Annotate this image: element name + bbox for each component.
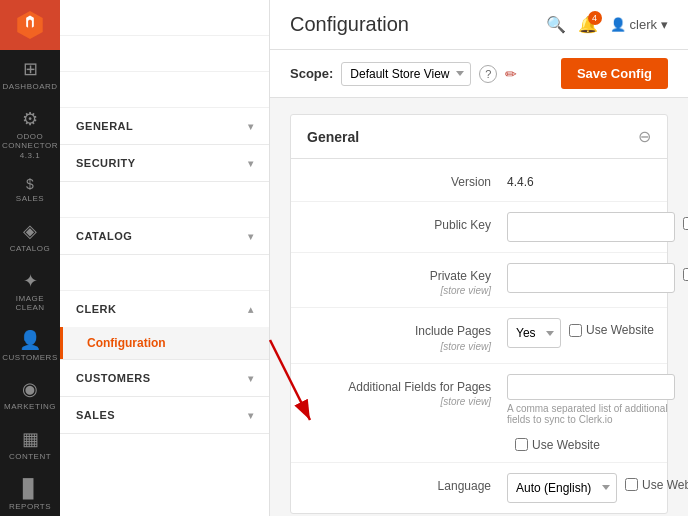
language-checkbox-wrap: Use Website (625, 473, 688, 492)
nav-section-general-header[interactable]: GENERAL ▾ (60, 108, 269, 144)
save-config-button[interactable]: Save Config (561, 58, 668, 89)
nav-section-clerk-label: CLERK (76, 303, 116, 315)
nav-section-customers-header[interactable]: CUSTOMERS ▾ (60, 360, 269, 396)
language-wrap: Auto (English) Use Website (507, 473, 688, 503)
sidebar-item-sales[interactable]: $ SALES (0, 168, 60, 212)
nav-section-security: SECURITY ▾ (60, 145, 269, 182)
chevron-down-icon: ▾ (248, 410, 254, 421)
nav-section-clerk: CLERK ▴ Configuration (60, 291, 269, 360)
public-key-wrap: Use Website (507, 212, 688, 242)
additional-fields-checkbox-wrap: Use Website (515, 433, 600, 452)
marketing-icon: ◉ (22, 378, 38, 400)
chevron-down-icon: ▾ (248, 373, 254, 384)
chevron-up-icon: ▴ (248, 304, 254, 315)
nav-section-clerk-header[interactable]: CLERK ▴ (60, 291, 269, 327)
include-pages-wrap: Yes No Use Website (507, 318, 654, 348)
help-icon[interactable]: ? (479, 65, 497, 83)
sidebar-item-catalog[interactable]: ◈ CATALOG (0, 212, 60, 262)
form-row-additional-fields: Additional Fields for Pages [store view]… (291, 364, 667, 463)
customers-icon: 👤 (19, 329, 41, 351)
nav-section-general-label: GENERAL (76, 120, 133, 132)
additional-fields-col: A comma separated list of additional fie… (507, 374, 675, 425)
additional-fields-label: Additional Fields for Pages [store view] (307, 374, 507, 409)
include-pages-label: Include Pages [store view] (307, 318, 507, 353)
additional-fields-input[interactable] (507, 374, 675, 400)
page-title: Configuration (290, 13, 409, 36)
sidebar-item-label: ODOO CONNECTOR 4.3.1 (2, 132, 58, 161)
form-row-include-pages: Include Pages [store view] Yes No Use We… (291, 308, 667, 364)
main-content: Configuration 🔍 🔔 4 👤 clerk ▾ Scope: Def… (270, 0, 688, 516)
nav-section-sales-header[interactable]: SALES ▾ (60, 397, 269, 433)
additional-fields-checkbox[interactable] (515, 438, 528, 451)
nav-section-security-header[interactable]: SECURITY ▾ (60, 145, 269, 181)
nav-section-customers-label: CUSTOMERS (76, 372, 151, 384)
private-key-checkbox-wrap: Use Website (683, 263, 688, 282)
sidebar-item-label: CONTENT (9, 452, 51, 462)
dashboard-icon: ⊞ (23, 58, 38, 80)
sidebar-item-reports[interactable]: ▊ REPORTS (0, 470, 60, 516)
nav-section-catalog: CATALOG ▾ (60, 218, 269, 255)
include-pages-select[interactable]: Yes No (507, 318, 561, 348)
nav-placeholder-2 (60, 36, 269, 72)
catalog-icon: ◈ (23, 220, 37, 242)
reports-icon: ▊ (23, 478, 37, 500)
language-checkbox[interactable] (625, 478, 638, 491)
sidebar-item-customers[interactable]: 👤 CUSTOMERS (0, 321, 60, 371)
include-pages-checkbox[interactable] (569, 324, 582, 337)
additional-fields-checkbox-label: Use Website (532, 438, 600, 452)
general-section: General ⊖ Version 4.4.6 Public Key (290, 114, 668, 514)
nav-sub-item-label: Configuration (87, 336, 166, 350)
general-section-header[interactable]: General ⊖ (291, 115, 667, 159)
imageclean-icon: ✦ (23, 270, 38, 292)
nav-section-sales-label: SALES (76, 409, 115, 421)
sidebar-item-label: DASHBOARD (2, 82, 57, 92)
private-key-wrap: Use Website (507, 263, 688, 293)
version-value-wrap: 4.4.6 (507, 169, 651, 189)
page-header: Configuration 🔍 🔔 4 👤 clerk ▾ (270, 0, 688, 50)
chevron-down-icon: ▾ (248, 231, 254, 242)
sidebar-item-imageclean[interactable]: ✦ IMAGE CLEAN (0, 262, 60, 321)
notification-badge: 4 (588, 11, 602, 25)
nav-placeholder-1 (60, 0, 269, 36)
user-menu[interactable]: 👤 clerk ▾ (610, 17, 668, 32)
sidebar-item-label: MARKETING (4, 402, 56, 412)
sidebar-item-label: CATALOG (10, 244, 51, 254)
nav-section-security-label: SECURITY (76, 157, 136, 169)
include-pages-checkbox-wrap: Use Website (569, 318, 654, 337)
sidebar-item-dashboard[interactable]: ⊞ DASHBOARD (0, 50, 60, 100)
public-key-checkbox-wrap: Use Website (683, 212, 688, 231)
odoo-icon: ⚙ (22, 108, 38, 130)
nav-section-customers: CUSTOMERS ▾ (60, 360, 269, 397)
additional-fields-hint: A comma separated list of additional fie… (507, 403, 675, 425)
language-label: Language (307, 473, 507, 495)
chevron-down-icon: ▾ (248, 121, 254, 132)
private-key-checkbox[interactable] (683, 268, 688, 281)
nav-section-catalog-header[interactable]: CATALOG ▾ (60, 218, 269, 254)
scope-select[interactable]: Default Store View (341, 62, 471, 86)
public-key-input[interactable] (507, 212, 675, 242)
nav-placeholder-5 (60, 255, 269, 291)
sidebar-item-label: IMAGE CLEAN (4, 294, 56, 313)
form-row-public-key: Public Key Use Website (291, 202, 667, 253)
pencil-icon[interactable]: ✏ (505, 66, 517, 82)
version-value: 4.4.6 (507, 169, 534, 189)
nav-sub-item-configuration[interactable]: Configuration (60, 327, 269, 359)
private-key-input[interactable] (507, 263, 675, 293)
search-icon[interactable]: 🔍 (546, 15, 566, 34)
language-select[interactable]: Auto (English) (507, 473, 617, 503)
sidebar-item-content[interactable]: ▦ CONTENT (0, 420, 60, 470)
form-row-language: Language Auto (English) Use Website (291, 463, 667, 513)
content-body: General ⊖ Version 4.4.6 Public Key (270, 98, 688, 516)
sidebar: ⊞ DASHBOARD ⚙ ODOO CONNECTOR 4.3.1 $ SAL… (0, 0, 60, 516)
chevron-down-icon: ▾ (248, 158, 254, 169)
form-row-version: Version 4.4.6 (291, 159, 667, 202)
sidebar-item-odoo[interactable]: ⚙ ODOO CONNECTOR 4.3.1 (0, 100, 60, 169)
notification-button[interactable]: 🔔 4 (578, 15, 598, 34)
general-section-toggle[interactable]: ⊖ (638, 127, 651, 146)
public-key-checkbox[interactable] (683, 217, 688, 230)
sidebar-item-marketing[interactable]: ◉ MARKETING (0, 370, 60, 420)
form-row-private-key: Private Key [store view] Use Website (291, 253, 667, 309)
user-dropdown-icon: ▾ (661, 17, 668, 32)
additional-fields-wrap: A comma separated list of additional fie… (507, 374, 675, 452)
magento-logo (0, 0, 60, 50)
